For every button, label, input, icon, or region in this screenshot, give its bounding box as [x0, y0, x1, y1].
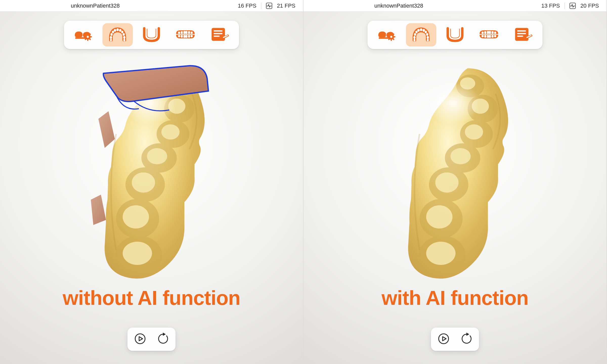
- header-bar: unknownPatient328 16 FPS 21 FPS: [0, 0, 303, 12]
- activity-icon: [569, 3, 576, 9]
- top-toolbar: [64, 21, 239, 49]
- top-toolbar: [367, 21, 543, 49]
- patient-name: unknownPatient328: [71, 3, 120, 9]
- reset-button[interactable]: [153, 330, 172, 349]
- scan-setup-icon: [74, 26, 94, 44]
- scan-viewport: [58, 58, 245, 296]
- play-icon: [437, 332, 450, 346]
- bite-icon: [479, 26, 499, 44]
- bottom-controls: [431, 328, 479, 351]
- order-form-button[interactable]: [508, 23, 538, 47]
- fps-block: 16 FPS 21 FPS: [238, 3, 295, 9]
- reset-icon: [156, 332, 169, 346]
- caption: with AI function: [304, 286, 606, 310]
- upper-arch-button[interactable]: [406, 23, 436, 47]
- fps-primary: 13 FPS: [541, 3, 560, 9]
- left-panel: unknownPatient328 16 FPS 21 FPS wit: [0, 0, 304, 364]
- lower-arch-icon: [445, 26, 465, 44]
- fps-primary: 16 FPS: [238, 3, 256, 9]
- lower-arch-button[interactable]: [440, 23, 470, 47]
- upper-arch-icon: [107, 26, 128, 44]
- bite-icon: [175, 26, 196, 44]
- play-button[interactable]: [434, 330, 453, 349]
- order-form-icon: [209, 26, 229, 44]
- order-form-icon: [513, 26, 533, 44]
- separator: [261, 3, 261, 9]
- right-panel: unknownPatient328 13 FPS 20 FPS with AI …: [304, 0, 607, 364]
- separator: [565, 3, 565, 9]
- fps-block: 13 FPS 20 FPS: [541, 3, 599, 9]
- upper-arch-button[interactable]: [102, 23, 133, 47]
- fps-secondary: 21 FPS: [277, 3, 295, 9]
- bottom-controls: [127, 328, 176, 351]
- play-button[interactable]: [131, 330, 150, 349]
- reset-button[interactable]: [457, 330, 476, 349]
- scan-viewport: [361, 58, 549, 296]
- reset-icon: [460, 332, 473, 346]
- patient-name: unknownPatient328: [374, 3, 423, 9]
- upper-arch-icon: [411, 26, 431, 44]
- play-icon: [134, 332, 147, 346]
- lower-arch-button[interactable]: [136, 23, 167, 47]
- lower-arch-icon: [141, 26, 162, 44]
- activity-icon: [266, 3, 272, 9]
- scan-setup-button[interactable]: [372, 23, 402, 47]
- caption: without AI function: [0, 286, 303, 310]
- order-form-button[interactable]: [204, 23, 234, 47]
- fps-secondary: 20 FPS: [580, 3, 599, 9]
- bite-button[interactable]: [474, 23, 504, 47]
- bite-button[interactable]: [170, 23, 201, 47]
- scan-setup-button[interactable]: [69, 23, 99, 47]
- scan-setup-icon: [377, 26, 397, 44]
- header-bar: unknownPatient328 13 FPS 20 FPS: [304, 0, 606, 12]
